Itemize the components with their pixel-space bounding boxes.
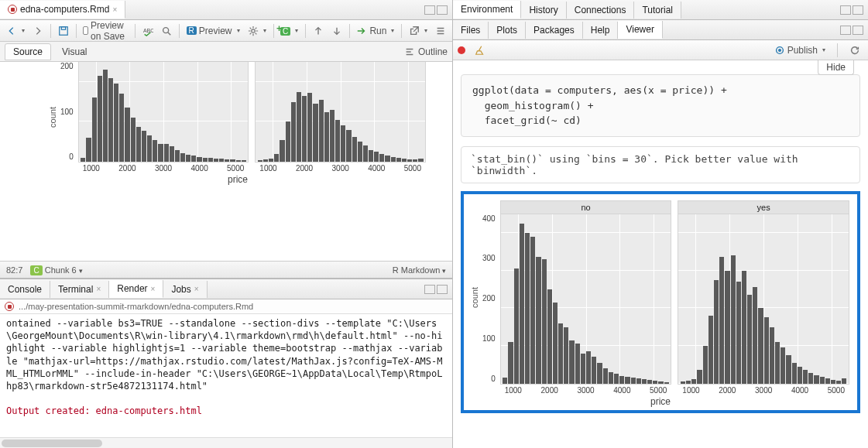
viewer-body[interactable]: Hide ggplot(data = computers, aes(x = pr… xyxy=(453,60,868,448)
render-output[interactable]: ontained --variable bs3=TRUE --standalon… xyxy=(0,314,452,437)
svg-rect-1 xyxy=(61,26,65,29)
arrow-down-icon xyxy=(331,26,342,36)
list-icon xyxy=(435,26,446,36)
source-toolbar: Preview on Save ABC R Preview C + xyxy=(0,20,452,42)
outline-button[interactable]: Outline xyxy=(404,46,448,57)
source-file-name: edna-computers.Rmd xyxy=(20,4,109,15)
document-language[interactable]: R Markdown xyxy=(393,265,446,275)
insert-chunk-button[interactable]: C + xyxy=(277,24,301,38)
packages-tab[interactable]: Packages xyxy=(526,22,583,39)
visual-mode-tab[interactable]: Visual xyxy=(54,44,94,60)
refresh-viewer-button[interactable] xyxy=(846,43,863,57)
publish-source-button[interactable] xyxy=(406,24,431,38)
maximize-pane-button[interactable] xyxy=(437,5,448,15)
doc-outline-toggle[interactable] xyxy=(432,24,449,38)
hide-button[interactable]: Hide xyxy=(818,60,854,75)
arrow-left-icon xyxy=(6,26,17,36)
render-tab[interactable]: Render × xyxy=(109,280,163,298)
svg-point-3 xyxy=(163,27,169,32)
refresh-icon xyxy=(849,45,860,56)
console-tab[interactable]: Console xyxy=(0,281,50,298)
save-icon xyxy=(58,26,69,36)
checkbox-icon xyxy=(83,26,88,35)
gear-icon xyxy=(248,26,259,36)
tutorial-tab[interactable]: Tutorial xyxy=(634,2,681,19)
knit-preview-button[interactable]: R Preview xyxy=(184,24,243,38)
outline-icon xyxy=(404,46,415,57)
console-tabbar: Console Terminal × Render × Jobs × xyxy=(0,279,452,299)
go-down-button[interactable] xyxy=(328,24,345,38)
minimize-viewer-button[interactable] xyxy=(840,26,851,35)
publish-label: Publish xyxy=(787,45,818,56)
run-label: Run xyxy=(369,26,386,36)
maximize-env-button[interactable] xyxy=(853,5,863,15)
close-terminal-icon[interactable]: × xyxy=(96,285,101,293)
env-window-controls xyxy=(835,5,868,15)
cursor-position: 82:7 xyxy=(6,265,22,275)
console-scrollbar[interactable] xyxy=(0,437,452,448)
external-icon xyxy=(409,26,420,36)
scrollbar-thumb[interactable] xyxy=(2,439,102,447)
render-path: .../may-presentation-summit-rmarkdown/ed… xyxy=(19,302,253,311)
find-button[interactable] xyxy=(158,24,175,38)
rmd-file-icon xyxy=(8,5,17,14)
svg-rect-0 xyxy=(59,26,67,35)
run-arrow-icon xyxy=(356,26,367,36)
console-window-controls xyxy=(420,285,452,294)
viewer-tabbar: Files Plots Packages Help Viewer xyxy=(453,20,868,40)
svg-text:ABC: ABC xyxy=(143,27,153,32)
minimize-env-button[interactable] xyxy=(840,5,851,15)
source-subtabs: Source Visual Outline xyxy=(0,42,452,62)
nav-back-button[interactable] xyxy=(3,24,28,38)
arrow-right-icon xyxy=(33,26,43,36)
history-tab[interactable]: History xyxy=(521,2,566,19)
preview-label: Preview xyxy=(199,26,232,36)
console-pane: Console Terminal × Render × Jobs × xyxy=(0,278,452,448)
environment-tab[interactable]: Environment xyxy=(453,1,521,19)
close-tab-icon[interactable]: × xyxy=(112,5,117,14)
viewer-window-controls xyxy=(835,26,868,35)
nav-forward-button[interactable] xyxy=(29,24,46,38)
jobs-tab[interactable]: Jobs × xyxy=(163,281,207,298)
publish-viewer-button[interactable]: Publish xyxy=(771,43,829,57)
source-mode-tab[interactable]: Source xyxy=(5,43,51,60)
source-window-controls xyxy=(420,5,452,15)
broom-icon xyxy=(475,45,485,56)
editor-body[interactable]: count20010001000200030004000500010002000… xyxy=(0,62,452,261)
minimize-console-button[interactable] xyxy=(424,285,435,294)
inline-chart-preview: count20010001000200030004000500010002000… xyxy=(46,62,429,185)
insert-chunk-icon: C + xyxy=(280,26,290,36)
minimize-pane-button[interactable] xyxy=(424,5,435,15)
chunk-badge: C xyxy=(30,265,42,275)
maximize-viewer-button[interactable] xyxy=(853,26,863,35)
source-file-tab[interactable]: edna-computers.Rmd × xyxy=(0,1,125,19)
source-tabbar: edna-computers.Rmd × xyxy=(0,0,452,20)
render-path-bar: .../may-presentation-summit-rmarkdown/ed… xyxy=(0,299,452,314)
close-jobs-icon[interactable]: × xyxy=(194,285,199,293)
save-button[interactable] xyxy=(55,24,72,38)
knit-options-button[interactable] xyxy=(245,24,269,38)
files-tab[interactable]: Files xyxy=(453,22,489,39)
maximize-console-button[interactable] xyxy=(437,285,448,294)
preview-on-save-toggle[interactable]: Preview on Save xyxy=(80,19,131,43)
rmd-path-icon xyxy=(5,302,14,311)
source-statusbar: 82:7 C Chunk 6 R Markdown xyxy=(0,261,452,278)
chunk-navigator[interactable]: C Chunk 6 xyxy=(30,265,82,275)
viewer-tab[interactable]: Viewer xyxy=(618,21,662,39)
stop-viewer-button[interactable] xyxy=(458,46,465,54)
svg-point-6 xyxy=(778,49,781,51)
go-up-button[interactable] xyxy=(310,24,327,38)
chunk-label: Chunk 6 xyxy=(45,265,77,275)
outline-label: Outline xyxy=(418,46,448,57)
plots-tab[interactable]: Plots xyxy=(489,22,526,39)
render-tab-label: Render xyxy=(117,283,147,294)
help-tab[interactable]: Help xyxy=(583,22,619,39)
spellcheck-button[interactable]: ABC xyxy=(139,24,156,38)
run-button[interactable]: Run xyxy=(353,24,397,38)
publish-icon xyxy=(774,45,785,56)
render-output-created: Output created: edna-computers.html xyxy=(6,405,202,416)
connections-tab[interactable]: Connections xyxy=(567,2,635,19)
clear-viewer-button[interactable] xyxy=(472,43,489,57)
terminal-tab[interactable]: Terminal × xyxy=(50,281,109,298)
close-render-icon[interactable]: × xyxy=(151,285,156,293)
